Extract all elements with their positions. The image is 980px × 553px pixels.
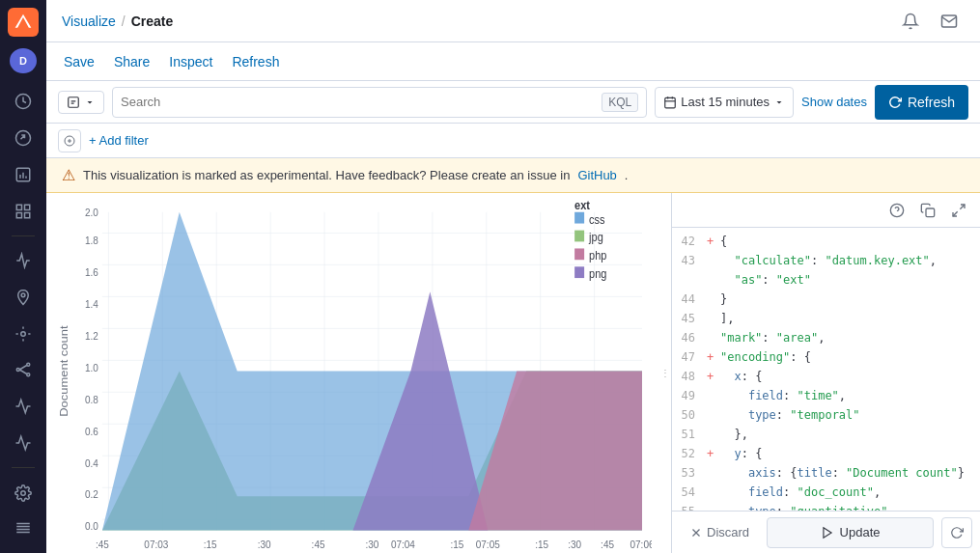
notifications-button[interactable] — [895, 6, 926, 37]
user-avatar[interactable]: D — [10, 48, 37, 73]
add-filter-button[interactable]: + Add filter — [89, 133, 149, 148]
kql-badge[interactable]: KQL — [602, 93, 638, 112]
sidebar-item-dashboard[interactable] — [6, 195, 41, 228]
sidebar: D — [0, 0, 46, 553]
svg-text:2.0: 2.0 — [85, 207, 98, 219]
update-button[interactable]: Update — [767, 517, 934, 548]
svg-line-68 — [960, 205, 965, 209]
sidebar-item-apm[interactable] — [6, 390, 41, 423]
app-logo[interactable] — [8, 8, 39, 37]
filterbar: + Add filter — [46, 124, 980, 158]
breadcrumb-current: Create — [131, 14, 174, 29]
code-body: 42 + { 43 "calculate": "datum.key.ext", … — [672, 228, 980, 511]
svg-text:css: css — [589, 212, 604, 227]
sidebar-item-management[interactable] — [6, 476, 41, 511]
svg-text:php: php — [589, 248, 607, 263]
svg-text:ext: ext — [574, 201, 590, 213]
mail-button[interactable] — [934, 6, 965, 37]
svg-line-11 — [19, 366, 27, 371]
chart-container: Document count 0.0 0.2 0.4 0.6 0.8 1.0 1… — [46, 193, 659, 553]
warning-icon: ⚠ — [62, 166, 75, 184]
sidebar-item-timelion[interactable] — [6, 244, 41, 277]
searchbar: KQL Last 15 minutes Show dates Refresh — [46, 81, 980, 124]
search-input[interactable] — [121, 95, 602, 109]
breadcrumb-parent[interactable]: Visualize — [62, 14, 116, 29]
search-input-wrap[interactable]: KQL — [112, 87, 647, 118]
actionbar: Save Share Inspect Refresh — [46, 42, 980, 81]
expand-button[interactable] — [945, 197, 972, 224]
sidebar-bottom — [6, 476, 41, 545]
warning-text: This visualization is marked as experime… — [83, 168, 570, 182]
topbar-icons — [895, 6, 965, 37]
svg-rect-5 — [16, 213, 21, 218]
show-dates-button[interactable]: Show dates — [801, 95, 867, 109]
sidebar-item-clock[interactable] — [6, 85, 41, 118]
svg-point-10 — [27, 373, 30, 376]
github-link[interactable]: GitHub — [577, 168, 616, 182]
content-area: Document count 0.0 0.2 0.4 0.6 0.8 1.0 1… — [46, 193, 980, 553]
sidebar-item-visualize[interactable] — [6, 158, 41, 191]
breadcrumb-separator: / — [122, 14, 126, 29]
sidebar-divider-2 — [12, 467, 35, 468]
svg-text::15: :15 — [535, 539, 548, 551]
svg-rect-3 — [16, 205, 21, 209]
svg-point-1 — [16, 131, 31, 146]
chart-area: Document count 0.0 0.2 0.4 0.6 0.8 1.0 1… — [46, 193, 659, 553]
svg-text::45: :45 — [312, 539, 325, 551]
drag-handle[interactable]: ⋮ — [659, 193, 671, 553]
discard-button[interactable]: Discard — [680, 519, 759, 545]
sidebar-divider-1 — [12, 235, 35, 236]
help-button[interactable] — [883, 197, 910, 224]
inspect-button[interactable]: Inspect — [167, 50, 214, 73]
warning-bar: ⚠ This visualization is marked as experi… — [46, 158, 980, 193]
svg-rect-57 — [574, 212, 584, 224]
code-line: 43 "calculate": "datum.key.ext", — [672, 251, 980, 270]
svg-rect-18 — [69, 97, 79, 107]
svg-rect-59 — [574, 231, 584, 242]
svg-text:1.8: 1.8 — [85, 234, 98, 246]
svg-text:07:04: 07:04 — [391, 539, 415, 551]
main-content: Visualize / Create Save Share Inspect Re… — [46, 0, 980, 553]
svg-text::15: :15 — [204, 539, 217, 551]
svg-text:0.0: 0.0 — [85, 520, 98, 533]
svg-rect-61 — [574, 248, 584, 260]
code-footer: Discard Update — [672, 511, 980, 553]
copy-button[interactable] — [914, 197, 941, 224]
code-line: 42 + { — [672, 232, 980, 251]
code-line: 51 }, — [672, 425, 980, 444]
svg-rect-63 — [574, 266, 584, 278]
sidebar-item-discover[interactable] — [6, 122, 41, 154]
share-button[interactable]: Share — [112, 50, 152, 73]
sidebar-item-ml[interactable] — [6, 318, 41, 350]
chart-svg: Document count 0.0 0.2 0.4 0.6 0.8 1.0 1… — [54, 201, 652, 553]
svg-text:1.4: 1.4 — [85, 297, 98, 310]
save-button[interactable]: Save — [62, 50, 97, 73]
svg-text::15: :15 — [450, 539, 463, 551]
svg-text::45: :45 — [96, 539, 109, 551]
filter-options-button[interactable] — [58, 129, 81, 152]
sidebar-item-maps[interactable] — [6, 281, 41, 314]
svg-text:png: png — [589, 266, 606, 281]
svg-text:1.6: 1.6 — [85, 265, 98, 278]
sidebar-item-uptime[interactable] — [6, 427, 41, 459]
refresh-code-button[interactable] — [941, 517, 972, 548]
code-line: 55 type: "quantitative" — [672, 502, 980, 511]
warning-suffix: . — [625, 168, 629, 182]
time-picker[interactable]: Last 15 minutes — [655, 87, 794, 118]
svg-marker-72 — [823, 527, 830, 538]
code-line: 50 type: "temporal" — [672, 405, 980, 425]
svg-point-7 — [21, 331, 26, 336]
refresh-action-button[interactable]: Refresh — [230, 50, 281, 73]
sidebar-item-more[interactable] — [6, 511, 41, 545]
svg-text:0.6: 0.6 — [85, 425, 98, 437]
svg-line-69 — [953, 211, 958, 216]
discard-label: Discard — [707, 525, 749, 539]
refresh-button[interactable]: Refresh — [875, 85, 968, 120]
svg-text:07:06: 07:06 — [630, 539, 652, 551]
search-type-button[interactable] — [58, 91, 104, 114]
sidebar-item-graph[interactable] — [6, 354, 41, 387]
svg-rect-4 — [25, 205, 30, 209]
code-panel: 42 + { 43 "calculate": "datum.key.ext", … — [671, 193, 980, 553]
code-line: 53 axis: {title: "Document count"} — [672, 463, 980, 483]
refresh-label: Refresh — [908, 95, 955, 110]
